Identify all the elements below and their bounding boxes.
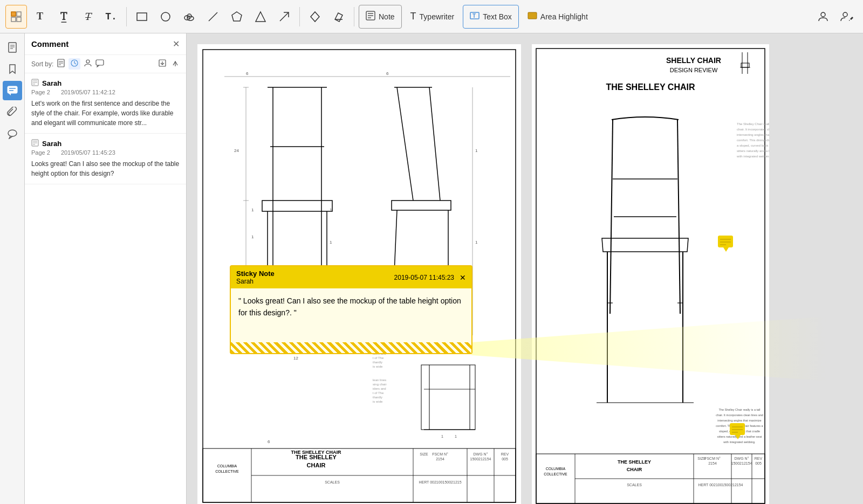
svg-marker-13	[311, 12, 319, 22]
svg-rect-3	[17, 17, 21, 22]
svg-text:COLUMBIA: COLUMBIA	[546, 467, 566, 471]
rectangle-tool[interactable]	[131, 5, 153, 29]
note-button[interactable]: Note	[359, 5, 402, 29]
text-tool-strike[interactable]: T̶	[77, 5, 98, 29]
comment-sort-bar: Sort by:	[25, 55, 186, 73]
svg-text:1: 1	[475, 148, 478, 153]
comment-item[interactable]: Sarah Page 2 2019/05/07 11:42:12 Let's w…	[25, 73, 186, 134]
svg-text:THE SHELLEY: THE SHELLEY	[618, 459, 651, 465]
svg-rect-25	[9, 43, 16, 52]
textbox-label: Text Box	[483, 12, 512, 21]
svg-text:intersecting angles that maxim: intersecting angles that maximize	[717, 419, 761, 422]
text-tool-large[interactable]: T̲	[53, 5, 74, 29]
user-edit-icon[interactable]	[836, 5, 858, 29]
svg-text:The Shelley Chair really is a : The Shelley Chair really is a tall	[718, 408, 760, 411]
sticky-note-popup: Sticky Note Sarah 2019-05-07 11:45:23 ✕ …	[230, 265, 472, 354]
sort-time-icon[interactable]	[69, 58, 80, 70]
svg-text:chair. It incorporates clean l: chair. It incorporates clean lines and	[716, 413, 763, 417]
svg-text:CHAIR: CHAIR	[627, 467, 642, 472]
svg-text:1: 1	[330, 208, 332, 212]
svg-text:6: 6	[268, 439, 270, 444]
svg-line-12	[280, 12, 289, 21]
area-highlight-button[interactable]: Area Highlight	[521, 5, 594, 29]
svg-text:SIZE: SIZE	[420, 452, 428, 456]
svg-text:FSCM N°: FSCM N°	[432, 452, 448, 456]
comment-text-1: Let's work on the first sentence and des…	[31, 99, 180, 128]
select-tool[interactable]	[5, 5, 27, 29]
svg-text:1: 1	[441, 434, 443, 438]
highlight-tool[interactable]	[304, 5, 326, 29]
svg-text:THE SHELLEY CHAIR: THE SHELLEY CHAIR	[606, 82, 695, 92]
polygon-tool[interactable]	[226, 5, 248, 29]
document-area[interactable]: 6 6	[187, 33, 863, 504]
svg-text:The Shelley Chair really is a : The Shelley Chair really is a tall	[737, 122, 769, 126]
svg-text:COLUMBIA: COLUMBIA	[217, 464, 237, 468]
svg-text:chair. It incorporates clean l: chair. It incorporates clean lines	[737, 128, 769, 131]
user-icon[interactable]	[812, 5, 834, 29]
svg-text:t of The: t of The	[373, 356, 384, 360]
cloud-tool[interactable]	[179, 5, 200, 29]
share-icon[interactable]	[171, 59, 180, 69]
svg-text:is wide: is wide	[373, 400, 383, 403]
comment-close-button[interactable]: ✕	[173, 39, 180, 49]
sort-comment-icon[interactable]	[95, 59, 104, 69]
page-1: 6 6	[197, 44, 521, 504]
svg-rect-22	[528, 12, 537, 19]
comment-doc-icon-1	[31, 79, 39, 88]
svg-text:1: 1	[455, 434, 457, 438]
sort-user-icon[interactable]	[84, 59, 92, 69]
sticky-footer	[231, 342, 471, 353]
svg-text:005: 005	[502, 457, 508, 461]
line-tool[interactable]	[202, 5, 224, 29]
sort-by-label: Sort by:	[31, 60, 53, 68]
svg-text:SCALES: SCALES	[325, 480, 340, 484]
sidebar-speech-icon[interactable]	[3, 124, 22, 143]
triangle-tool[interactable]	[250, 5, 271, 29]
svg-text:with integrated webbing.: with integrated webbing.	[723, 440, 756, 444]
textbox-button[interactable]: T Text Box	[463, 5, 519, 29]
sticky-note-body[interactable]: " Looks great! Can I also see the mockup…	[231, 288, 471, 342]
svg-rect-187	[730, 423, 745, 435]
svg-text:comfort. This dining chair fea: comfort. This dining chair features	[737, 139, 769, 142]
svg-text:1: 1	[330, 240, 332, 245]
comment-item-2[interactable]: Sarah Page 2 2019/05/07 11:45:23 Looks g…	[25, 134, 186, 184]
comment-date-line-1: Page 2 2019/05/07 11:42:12	[31, 89, 180, 95]
svg-text:DWG N°: DWG N°	[735, 457, 749, 460]
svg-text:2154: 2154	[708, 461, 717, 465]
sidebar-page-icon[interactable]	[3, 38, 22, 57]
svg-rect-29	[8, 86, 17, 93]
sidebar-bookmark-icon[interactable]	[3, 59, 22, 79]
circle-tool[interactable]	[155, 5, 176, 29]
divider-1	[126, 7, 127, 26]
comment-list: Sarah Page 2 2019/05/07 11:42:12 Let's w…	[25, 73, 186, 504]
svg-rect-156	[718, 236, 733, 247]
svg-marker-10	[232, 12, 242, 21]
svg-text:1: 1	[475, 240, 478, 245]
typewriter-label: Typewriter	[420, 12, 455, 21]
comment-panel: Comment ✕ Sort by:	[25, 33, 187, 504]
svg-text:sing chair: sing chair	[373, 383, 387, 386]
sidebar-paperclip-icon[interactable]	[3, 102, 22, 122]
svg-text:FSCM N°: FSCM N°	[704, 457, 721, 460]
svg-text:a sloped, curved back that cra: a sloped, curved back that cradle	[737, 144, 769, 147]
sticky-close-button[interactable]: ✕	[460, 273, 466, 282]
sticky-note-text: " Looks great! Can I also see the mockup…	[238, 296, 461, 317]
svg-rect-4	[137, 13, 147, 20]
text-tool-alt[interactable]: T.	[100, 5, 122, 29]
text-tool-plain[interactable]: T	[29, 5, 51, 29]
note-icon	[366, 11, 375, 22]
toolbar: T T̲ T̶ T. Note	[0, 0, 863, 33]
sidebar-comment-icon[interactable]	[3, 81, 22, 100]
svg-point-40	[86, 60, 90, 63]
sticky-note-date: 2019-05-07 11:45:23	[394, 274, 454, 281]
svg-text:thardly: thardly	[373, 396, 382, 399]
typewriter-button[interactable]: T Typewriter	[404, 5, 461, 29]
toolbar-right	[812, 5, 858, 29]
sort-document-icon[interactable]	[57, 59, 65, 69]
arrow-tool[interactable]	[273, 5, 295, 29]
note-label: Note	[379, 12, 395, 21]
svg-text:THE SHELLEY CHAIR: THE SHELLEY CHAIR	[291, 450, 341, 455]
export-icon[interactable]	[158, 59, 167, 69]
svg-text:1: 1	[251, 208, 254, 212]
erase-tool[interactable]	[328, 5, 350, 29]
